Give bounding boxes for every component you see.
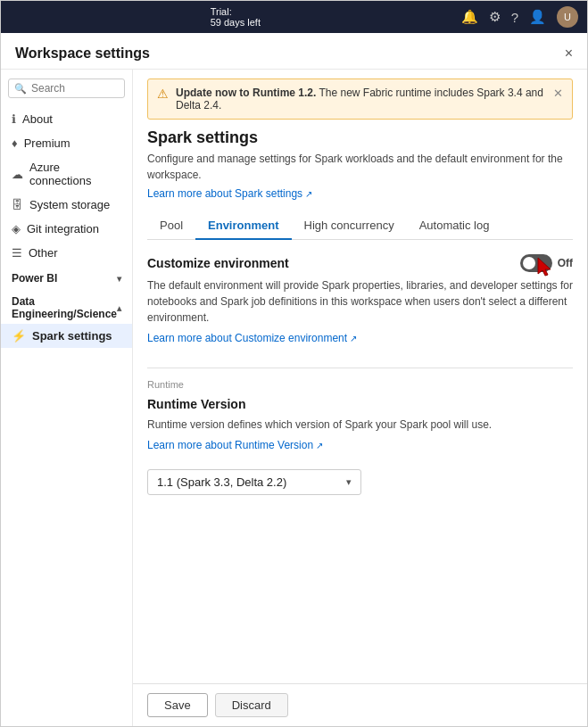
- tab-bar: Pool Environment High concurrency Automa…: [147, 212, 573, 240]
- environment-section: Customize environment: [147, 254, 573, 495]
- section-divider: [147, 368, 573, 368]
- sidebar-item-git[interactable]: ◈ Git integration: [1, 217, 132, 241]
- top-bar: Trial: 59 days left 🔔 ⚙ ? 👤 U: [1, 1, 587, 33]
- tab-environment[interactable]: Environment: [195, 212, 291, 240]
- sidebar-item-premium[interactable]: ♦ Premium: [1, 131, 132, 155]
- avatar[interactable]: U: [557, 6, 578, 28]
- toggle-group: Off: [520, 254, 573, 272]
- diamond-icon: ♦: [12, 136, 18, 150]
- sidebar-item-about[interactable]: ℹ About: [1, 107, 132, 131]
- search-icon: 🔍: [14, 83, 27, 95]
- discard-button[interactable]: Discard: [215, 693, 288, 717]
- toggle-thumb: [523, 257, 535, 269]
- gear-icon[interactable]: ⚙: [489, 9, 501, 25]
- close-button[interactable]: ×: [565, 45, 573, 62]
- sidebar-item-storage[interactable]: 🗄 System storage: [1, 193, 132, 217]
- alert-close-button[interactable]: ✕: [553, 87, 563, 100]
- storage-icon: 🗄: [12, 198, 23, 211]
- chevron-down-icon: ▾: [117, 274, 121, 284]
- warning-icon: ⚠: [157, 87, 169, 101]
- info-icon: ℹ: [12, 112, 16, 126]
- search-input[interactable]: [31, 82, 119, 95]
- sidebar-section-data-engineering[interactable]: Data Engineering/Science ▴: [1, 288, 132, 324]
- external-link-icon: ↗: [305, 189, 312, 199]
- spark-icon: ⚡: [12, 329, 26, 343]
- customize-env-learn-link[interactable]: Learn more about Customize environment ↗: [147, 332, 357, 344]
- alert-text: Update now to Runtime 1.2. The new Fabri…: [176, 87, 546, 112]
- customize-env-toggle[interactable]: [520, 254, 552, 272]
- runtime-version-title: Runtime Version: [147, 397, 573, 411]
- runtime-subtitle: Runtime: [147, 379, 573, 390]
- customize-env-description: The default environment will provide Spa…: [147, 277, 573, 326]
- modal-body: 🔍 ℹ About ♦ Premium ☁ Azure connections …: [1, 70, 587, 726]
- spark-learn-link[interactable]: Learn more about Spark settings ↗: [147, 187, 312, 200]
- sidebar: 🔍 ℹ About ♦ Premium ☁ Azure connections …: [1, 70, 133, 726]
- workspace-settings-window: Trial: 59 days left 🔔 ⚙ ? 👤 U Workspace …: [0, 0, 588, 727]
- list-icon: ☰: [12, 246, 22, 260]
- sidebar-section-power-bi[interactable]: Power BI ▾: [1, 265, 132, 288]
- chevron-down-icon-dropdown: ▾: [346, 476, 352, 488]
- runtime-version-desc: Runtime version defines which version of…: [147, 417, 573, 433]
- customize-environment-title: Customize environment: [147, 254, 573, 272]
- sidebar-item-spark-settings[interactable]: ⚡ Spark settings: [1, 324, 132, 348]
- page-description: Configure and manage settings for Spark …: [147, 151, 573, 183]
- bottom-bar: Save Discard: [133, 683, 587, 726]
- external-link-icon-3: ↗: [316, 441, 323, 450]
- runtime-version-learn-link[interactable]: Learn more about Runtime Version ↗: [147, 439, 323, 451]
- help-icon[interactable]: ?: [511, 10, 518, 25]
- page-title: Spark settings: [147, 128, 573, 147]
- tab-pool[interactable]: Pool: [147, 212, 195, 240]
- cloud-icon: ☁: [12, 168, 23, 181]
- sidebar-item-azure[interactable]: ☁ Azure connections: [1, 155, 132, 193]
- modal-area: Workspace settings × 🔍 ℹ About ♦ Premium: [1, 33, 587, 726]
- top-bar-icons: 🔔 ⚙ ? 👤 U: [461, 6, 578, 28]
- tab-automatic-log[interactable]: Automatic log: [407, 212, 502, 240]
- modal-title-bar: Workspace settings ×: [1, 33, 587, 70]
- trial-info: Trial: 59 days left: [211, 6, 261, 28]
- spacer: [133, 509, 587, 683]
- sidebar-item-other[interactable]: ☰ Other: [1, 241, 132, 265]
- main-content: ⚠ Update now to Runtime 1.2. The new Fab…: [133, 70, 587, 726]
- alert-banner: ⚠ Update now to Runtime 1.2. The new Fab…: [147, 78, 573, 120]
- bell-icon[interactable]: 🔔: [461, 9, 478, 25]
- runtime-version-dropdown[interactable]: 1.1 (Spark 3.3, Delta 2.2) ▾: [147, 469, 361, 495]
- git-icon: ◈: [12, 222, 21, 235]
- external-link-icon-2: ↗: [350, 334, 357, 343]
- tab-high-concurrency[interactable]: High concurrency: [292, 212, 407, 240]
- toggle-wrapper: [520, 254, 552, 272]
- save-button[interactable]: Save: [147, 693, 208, 717]
- user-settings-icon[interactable]: 👤: [529, 9, 546, 25]
- chevron-up-icon: ▴: [117, 303, 121, 313]
- search-box[interactable]: 🔍: [8, 78, 125, 98]
- toggle-label: Off: [558, 257, 573, 269]
- page-content: Spark settings Configure and manage sett…: [133, 128, 587, 509]
- runtime-version-section: Runtime Version Runtime version defines …: [147, 397, 573, 495]
- modal-title: Workspace settings: [15, 45, 150, 62]
